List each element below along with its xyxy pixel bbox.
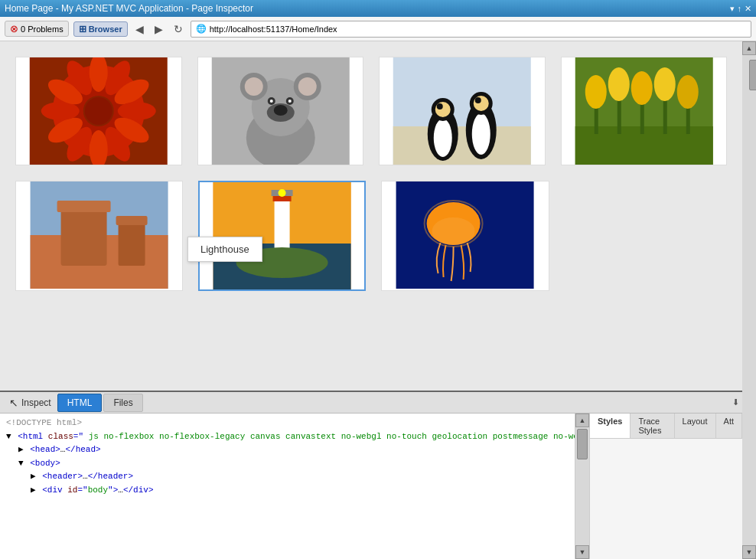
webpage-scrollbar[interactable]: ▲ ▼	[742, 41, 756, 559]
lighthouse-svg	[200, 182, 364, 289]
svg-point-38	[472, 113, 490, 155]
styles-panel: Styles Trace Styles Layout Att	[589, 414, 742, 559]
image-jellyfish	[382, 181, 548, 289]
svg-rect-57	[57, 201, 111, 212]
svg-rect-46	[617, 96, 621, 134]
tooltip-text: Lighthouse	[200, 244, 249, 255]
image-cell-jellyfish[interactable]	[381, 181, 549, 291]
scroll-up-button[interactable]: ▲	[742, 41, 756, 55]
image-cell-tulips[interactable]	[561, 57, 728, 165]
nav-refresh-button[interactable]: ↻	[171, 21, 186, 37]
webpage: Lighthouse	[0, 41, 742, 391]
image-cell-flower[interactable]	[15, 57, 182, 165]
svg-point-49	[631, 71, 652, 105]
inspector-panel: ↖ Inspect HTML Files ⬇ <!DOCTYPE html> ▼…	[0, 391, 742, 559]
scroll-up-arrow[interactable]: ▲	[575, 414, 589, 427]
koala-svg	[198, 57, 363, 165]
svg-point-13	[41, 102, 80, 120]
svg-point-41	[475, 97, 481, 103]
tab-html[interactable]: HTML	[57, 394, 103, 412]
svg-rect-50	[663, 96, 666, 134]
image-tulips	[562, 57, 727, 165]
collapse-body-icon[interactable]: ▼	[18, 457, 24, 471]
tulips-svg	[562, 57, 727, 165]
browser-icon: ⊞	[79, 24, 86, 34]
image-lighthouse	[200, 182, 364, 289]
svg-rect-59	[116, 216, 148, 225]
inspector-vscroll[interactable]: ▲ ▼	[575, 414, 589, 559]
title-bar-controls[interactable]: ▾ ↑ ✕	[730, 4, 752, 14]
svg-point-36	[437, 103, 443, 110]
tab-att[interactable]: Att	[716, 414, 742, 438]
desert-svg	[16, 181, 182, 289]
html-panel[interactable]: <!DOCTYPE html> ▼ <html class=" js no-fl…	[0, 414, 575, 559]
html-doctype-line: <!DOCTYPE html>	[3, 417, 572, 430]
svg-point-47	[608, 67, 629, 101]
toolbar: ⊗ 0 Problems ⊞ Browser ◀ ▶ ↻ 🌐 http://lo…	[0, 17, 756, 41]
html-div-body-line: ▶ <div id="body">…</div>	[3, 484, 572, 498]
expand-div-icon[interactable]: ▶	[31, 484, 36, 498]
html-head-line: ▶ <head>…</head>	[3, 443, 572, 457]
svg-rect-31	[393, 126, 531, 165]
svg-point-51	[653, 67, 675, 101]
svg-point-16	[85, 97, 112, 125]
svg-point-29	[273, 105, 287, 116]
expand-header-icon[interactable]: ▶	[31, 470, 36, 484]
tab-styles[interactable]: Styles	[590, 414, 631, 438]
nav-back-button[interactable]: ◀	[132, 21, 147, 37]
image-grid-row2	[15, 181, 549, 291]
tab-trace-styles[interactable]: Trace Styles	[631, 414, 674, 438]
expand-icon[interactable]: ⬇	[732, 397, 739, 407]
svg-point-33	[434, 119, 452, 157]
inspector-tabs: ↖ Inspect HTML Files ⬇	[0, 392, 742, 414]
tab-layout[interactable]: Layout	[675, 414, 716, 438]
image-flower	[16, 57, 181, 165]
html-body-open-line: ▼ <body>	[3, 457, 572, 471]
scroll-thumb-webpage[interactable]	[749, 60, 756, 90]
html-header-line: ▶ <header>…</header>	[3, 470, 572, 484]
expand-head-icon[interactable]: ▶	[18, 443, 24, 457]
penguins-svg	[380, 57, 545, 165]
inspect-label: Inspect	[21, 397, 51, 408]
image-cell-penguins[interactable]	[379, 57, 546, 165]
scroll-thumb[interactable]	[577, 429, 588, 459]
browser-area: Lighthouse	[0, 41, 756, 559]
address-icon: 🌐	[196, 24, 207, 34]
image-cell-koala[interactable]	[197, 57, 364, 165]
image-penguins	[380, 57, 545, 165]
browser-button[interactable]: ⊞ Browser	[73, 21, 128, 37]
inspect-button[interactable]: ↖ Inspect	[3, 394, 57, 412]
scroll-down-button[interactable]: ▼	[742, 545, 756, 559]
nav-forward-button[interactable]: ▶	[152, 21, 166, 37]
svg-point-27	[269, 100, 272, 103]
browser-label: Browser	[89, 25, 122, 34]
tab-files[interactable]: Files	[103, 394, 142, 412]
svg-point-28	[288, 100, 291, 103]
svg-point-7	[118, 102, 156, 120]
right-panel-tabs: Styles Trace Styles Layout Att	[590, 414, 742, 439]
svg-point-40	[474, 96, 489, 111]
minimize-icon[interactable]: ▾	[730, 4, 735, 14]
svg-point-66	[279, 189, 286, 197]
close-icon[interactable]: ✕	[745, 4, 751, 14]
image-cell-desert[interactable]	[15, 181, 183, 291]
title-bar: Home Page - My ASP.NET MVC Application -…	[0, 0, 756, 17]
collapse-icon[interactable]: ▼	[6, 430, 11, 444]
image-grid-row1	[15, 57, 727, 165]
svg-rect-56	[61, 204, 107, 266]
tooltip-box: Lighthouse	[187, 237, 262, 262]
problems-button[interactable]: ⊗ 0 Problems	[5, 21, 69, 37]
jellyfish-svg	[382, 181, 548, 289]
image-cell-lighthouse[interactable]	[198, 181, 366, 291]
svg-rect-58	[119, 220, 145, 266]
pin-icon[interactable]: ↑	[738, 4, 742, 14]
image-desert	[16, 181, 182, 289]
svg-point-53	[676, 75, 698, 109]
address-bar[interactable]: 🌐 http://localhost:51137/Home/Index	[191, 21, 751, 38]
inspector-content: <!DOCTYPE html> ▼ <html class=" js no-fl…	[0, 414, 742, 559]
flower-svg	[16, 57, 181, 165]
address-url: http://localhost:51137/Home/Index	[210, 25, 337, 34]
svg-point-45	[585, 75, 606, 109]
scroll-down-arrow[interactable]: ▼	[575, 545, 589, 559]
svg-point-70	[432, 217, 475, 245]
